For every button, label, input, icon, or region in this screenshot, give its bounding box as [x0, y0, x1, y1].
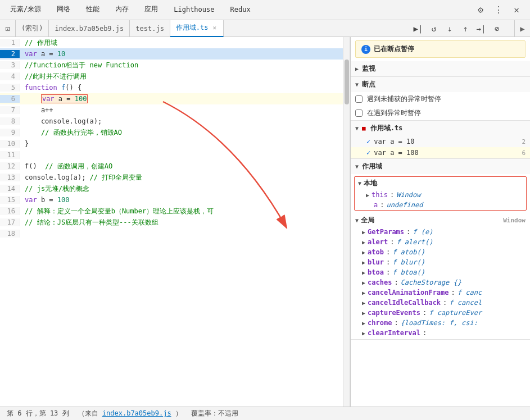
- source-link[interactable]: index.b7a05eb9.js: [102, 409, 171, 417]
- scope-label: 作用域: [362, 162, 382, 171]
- debug-step-btn[interactable]: →|: [475, 22, 487, 35]
- local-this-expand-icon: ▶: [366, 192, 369, 198]
- close-icon[interactable]: ✕: [510, 3, 523, 17]
- line-content-17: // 结论：JS底层只有一种类型---关联数组: [20, 218, 158, 227]
- line-content-12: f() // 函数调用，创建AO: [20, 162, 112, 171]
- code-line-6: 6 var a = 100: [0, 93, 343, 104]
- line-content-14: // js无堆/栈的概念: [20, 184, 89, 194]
- debug-step-into-btn[interactable]: ↓: [443, 22, 456, 35]
- file-tab-test[interactable]: test.js: [130, 20, 170, 37]
- line-num-9: 9: [0, 129, 20, 136]
- line-num-12: 12: [0, 162, 20, 170]
- scope-arrow-icon: ▼: [355, 163, 359, 170]
- nav-tab-performance[interactable]: 性能: [78, 0, 107, 20]
- checkbox-uncaught-exceptions: 遇到未捕获的异常时暂停: [351, 92, 530, 106]
- line-num-7: 7: [0, 106, 20, 114]
- scope-entry-a100: ✓ var a = 100 6: [351, 147, 530, 158]
- blur-expand-icon: ▶: [362, 259, 365, 266]
- line-content-10: }: [20, 140, 29, 148]
- sidebar-toggle-icon[interactable]: ⊡: [0, 20, 16, 37]
- code-editor: 1 // 作用域 2 var a = 10 3 //function相当于 ne…: [0, 37, 350, 407]
- scrollbar-thumb[interactable]: [345, 60, 349, 104]
- debug-resume-btn[interactable]: ▶|: [412, 22, 424, 35]
- line-num-17: 17: [0, 218, 20, 226]
- scope-var-a100: var a = 100: [374, 149, 418, 157]
- code-line-13: 13 console.log(a); // 打印全局变量: [0, 172, 343, 183]
- line-num-6: 6: [0, 95, 20, 103]
- nav-tab-elements[interactable]: 元素/来源: [2, 0, 49, 20]
- checkbox-all-exceptions: 在遇到异常时暂停: [351, 106, 530, 120]
- local-item-a: a : undefined: [355, 200, 526, 210]
- debug-step-out-btn[interactable]: ↑: [459, 22, 472, 35]
- global-header[interactable]: ▼ 全局 Window: [351, 214, 530, 227]
- nav-tab-network[interactable]: 网络: [49, 0, 78, 20]
- line-num-11: 11: [0, 151, 20, 159]
- file-tab-scope-ts[interactable]: 作用域.ts ✕: [170, 20, 224, 37]
- caches-key: caches: [368, 279, 392, 286]
- main-area: 1 // 作用域 2 var a = 10 3 //function相当于 ne…: [0, 37, 530, 407]
- more-tabs-icon[interactable]: ▶: [514, 20, 530, 37]
- breakpoints-label: 断点: [362, 80, 375, 89]
- code-content[interactable]: 1 // 作用域 2 var a = 10 3 //function相当于 ne…: [0, 37, 343, 407]
- code-line-11: 11: [0, 149, 343, 161]
- line-content-16: // 解释：定义一个全局变量b（Number）理论上应该是栈，可: [20, 207, 214, 216]
- line-content-4: //此时并不进行调用: [20, 72, 87, 81]
- nav-tab-lighthouse[interactable]: Lighthouse: [166, 1, 222, 19]
- local-header[interactable]: ▼ 本地: [355, 177, 526, 190]
- clearinterval-expand-icon: ▶: [362, 330, 365, 336]
- code-line-16: 16 // 解释：定义一个全局变量b（Number）理论上应该是栈，可: [0, 206, 343, 217]
- code-line-7: 7 a++: [0, 104, 343, 116]
- line-content-2: var a = 10: [20, 50, 65, 58]
- watch-arrow-icon: ▶: [355, 66, 359, 72]
- local-section: ▼ 本地 ▶ this : Window a : undefined: [354, 176, 527, 211]
- nav-tab-memory[interactable]: 内存: [107, 0, 137, 20]
- editor-scrollbar[interactable]: [343, 37, 350, 407]
- scope-linenum-1: 2: [522, 138, 526, 145]
- nav-tab-redux[interactable]: Redux: [222, 1, 258, 19]
- debug-deactivate-btn[interactable]: ⊘: [491, 22, 503, 35]
- breakpoints-section-header[interactable]: ▼ 断点: [351, 77, 530, 92]
- breakpoints-arrow-icon: ▼: [355, 81, 359, 88]
- source-suffix: ）: [175, 409, 182, 417]
- paused-banner: i 已在断点暂停: [355, 40, 526, 58]
- more-icon[interactable]: ⋮: [492, 3, 505, 17]
- scope-section-header[interactable]: ▼ 作用域: [351, 159, 530, 174]
- btoa-key: btoa: [368, 268, 384, 276]
- line-num-8: 8: [0, 117, 20, 125]
- file-tab-index[interactable]: (索引): [16, 20, 49, 37]
- btoa-val: f btoa(): [392, 268, 425, 276]
- scope-file-header[interactable]: ▼ ■ 作用域.ts: [351, 121, 530, 136]
- file-tab-index-js[interactable]: index.b7a05eb9.js: [49, 20, 130, 37]
- cancelanimationframe-val: f canc: [457, 289, 482, 296]
- paused-label: 已在断点暂停: [374, 44, 414, 54]
- all-exceptions-checkbox[interactable]: [355, 109, 363, 117]
- top-nav: 元素/来源 网络 性能 内存 应用 Lighthouse Redux ⚙ ⋮ ✕: [0, 0, 530, 20]
- scope-check-icon-2: ✓: [366, 149, 370, 157]
- code-line-1: 1 // 作用域: [0, 37, 343, 48]
- global-item-captureevents: ▶ captureEvents : f captureEver: [351, 308, 530, 318]
- line-content-9: // 函数执行完毕，销毁AO: [20, 128, 122, 138]
- line-content-15: var b = 100: [20, 196, 70, 204]
- uncaught-exceptions-checkbox[interactable]: [355, 95, 363, 103]
- code-line-5: 5 function f() {: [0, 82, 343, 93]
- nav-tab-application[interactable]: 应用: [137, 0, 166, 20]
- local-a-sep: :: [380, 201, 384, 209]
- local-arrow-icon: ▼: [358, 180, 361, 186]
- debug-step-over-btn[interactable]: ↺: [428, 22, 440, 35]
- file-tab-close-icon[interactable]: ✕: [212, 24, 218, 32]
- local-this-key: this: [372, 191, 388, 199]
- captureevents-expand-icon: ▶: [362, 310, 365, 316]
- breakpoints-section: ▼ 断点 遇到未捕获的异常时暂停 在遇到异常时暂停: [351, 77, 530, 121]
- settings-icon[interactable]: ⚙: [474, 3, 487, 17]
- chrome-expand-icon: ▶: [362, 320, 365, 326]
- code-line-8: 8 console.log(a);: [0, 116, 343, 127]
- global-item-caches: ▶ caches : CacheStorage {}: [351, 277, 530, 287]
- line-content-6: var a = 100: [20, 94, 88, 103]
- local-this-sep: :: [390, 191, 394, 199]
- scope-entry-a10: ✓ var a = 10 2: [351, 136, 530, 147]
- watch-section-header[interactable]: ▶ 监视: [351, 61, 530, 76]
- scope-file-arrow-icon: ▼: [355, 125, 359, 131]
- code-line-2: 2 var a = 10: [0, 48, 343, 60]
- global-item-chrome: ▶ chrome : {loadTimes: f, csi:: [351, 318, 530, 328]
- line-num-18: 18: [0, 230, 20, 238]
